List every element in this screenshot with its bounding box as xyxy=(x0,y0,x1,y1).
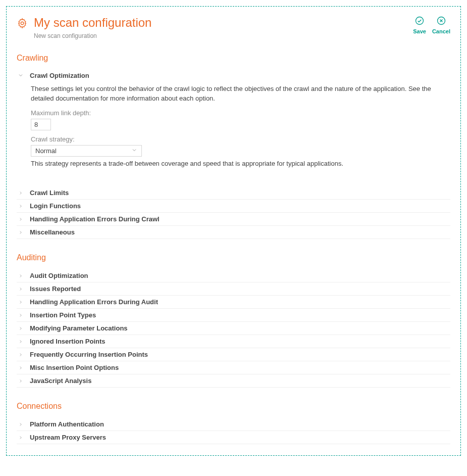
crawl-strategy-select[interactable]: Normal xyxy=(31,145,142,157)
row-errors-during-audit[interactable]: Handling Application Errors During Audit xyxy=(17,296,450,309)
row-miscellaneous[interactable]: Miscellaneous xyxy=(17,226,450,239)
cancel-label: Cancel xyxy=(432,28,450,34)
page-subtitle: New scan configuration xyxy=(34,32,151,39)
cancel-button[interactable]: Cancel xyxy=(432,16,450,34)
header-actions: Save Cancel xyxy=(413,16,450,34)
chevron-right-icon xyxy=(17,287,25,292)
chevron-right-icon xyxy=(17,230,25,235)
row-label: Handling Application Errors During Audit xyxy=(30,298,158,306)
row-ignored-insertion-points[interactable]: Ignored Insertion Points xyxy=(17,335,450,348)
crawl-strategy-value: Normal xyxy=(35,147,57,155)
check-circle-icon xyxy=(414,16,425,27)
row-label: Audit Optimization xyxy=(30,272,88,279)
gear-icon xyxy=(17,18,28,30)
row-misc-insertion[interactable]: Misc Insertion Point Options xyxy=(17,361,450,374)
row-label: Crawl Limits xyxy=(30,189,69,197)
row-javascript-analysis[interactable]: JavaScript Analysis xyxy=(17,374,450,388)
panel-header: My scan configuration New scan configura… xyxy=(17,16,450,39)
chevron-down-icon xyxy=(17,72,25,78)
row-label: Issues Reported xyxy=(30,285,81,293)
crawl-strategy-field: Crawl strategy: Normal This strategy rep… xyxy=(31,135,450,167)
title-text: My scan configuration New scan configura… xyxy=(34,16,151,39)
row-label: Misc Insertion Point Options xyxy=(30,364,119,371)
crawl-optimization-block: Crawl Optimization These settings let yo… xyxy=(17,70,450,178)
save-label: Save xyxy=(413,28,426,34)
crawl-optimization-header[interactable]: Crawl Optimization xyxy=(17,70,450,82)
row-crawl-limits[interactable]: Crawl Limits xyxy=(17,186,450,200)
row-upstream-proxy[interactable]: Upstream Proxy Servers xyxy=(17,431,450,444)
row-audit-optimization[interactable]: Audit Optimization xyxy=(17,269,450,282)
section-title-crawling: Crawling xyxy=(17,54,450,63)
max-link-depth-field: Maximum link depth: xyxy=(31,109,450,130)
chevron-right-icon xyxy=(17,313,25,318)
crawl-strategy-label: Crawl strategy: xyxy=(31,135,450,143)
row-label: Miscellaneous xyxy=(30,228,75,236)
chevron-down-icon xyxy=(131,147,137,155)
title-block: My scan configuration New scan configura… xyxy=(17,16,151,39)
max-link-depth-label: Maximum link depth: xyxy=(31,109,450,117)
row-label: Login Functions xyxy=(30,202,81,210)
crawl-strategy-description: This strategy represents a trade-off bet… xyxy=(31,160,450,167)
svg-point-0 xyxy=(21,22,24,25)
close-circle-icon xyxy=(436,16,446,27)
row-issues-reported[interactable]: Issues Reported xyxy=(17,282,450,296)
section-title-auditing: Auditing xyxy=(17,253,450,262)
crawl-optimization-label: Crawl Optimization xyxy=(30,72,89,79)
row-platform-auth[interactable]: Platform Authentication xyxy=(17,418,450,431)
scan-config-panel: My scan configuration New scan configura… xyxy=(6,6,461,456)
row-frequently-occurring[interactable]: Frequently Occurring Insertion Points xyxy=(17,348,450,361)
row-label: Upstream Proxy Servers xyxy=(30,434,106,441)
chevron-right-icon xyxy=(17,435,25,440)
chevron-right-icon xyxy=(17,300,25,305)
row-label: Modifying Parameter Locations xyxy=(30,324,128,332)
row-label: Platform Authentication xyxy=(30,420,104,428)
svg-point-1 xyxy=(416,17,424,25)
chevron-right-icon xyxy=(17,422,25,427)
chevron-right-icon xyxy=(17,352,25,357)
row-label: Insertion Point Types xyxy=(30,311,96,319)
max-link-depth-input[interactable] xyxy=(31,119,51,130)
chevron-right-icon xyxy=(17,365,25,370)
chevron-right-icon xyxy=(17,217,25,222)
page-title: My scan configuration xyxy=(34,16,151,30)
save-button[interactable]: Save xyxy=(413,16,426,34)
row-modifying-parameter-locations[interactable]: Modifying Parameter Locations xyxy=(17,322,450,335)
row-insertion-point-types[interactable]: Insertion Point Types xyxy=(17,309,450,322)
row-label: Handling Application Errors During Crawl xyxy=(30,215,160,223)
chevron-right-icon xyxy=(17,204,25,209)
chevron-right-icon xyxy=(17,378,25,384)
row-label: Frequently Occurring Insertion Points xyxy=(30,351,148,358)
row-login-functions[interactable]: Login Functions xyxy=(17,200,450,213)
crawl-optimization-description: These settings let you control the behav… xyxy=(31,84,450,104)
row-label: JavaScript Analysis xyxy=(30,377,91,385)
chevron-right-icon xyxy=(17,191,25,196)
section-title-connections: Connections xyxy=(17,402,450,411)
row-errors-during-crawl[interactable]: Handling Application Errors During Crawl xyxy=(17,213,450,226)
row-label: Ignored Insertion Points xyxy=(30,338,106,345)
chevron-right-icon xyxy=(17,273,25,278)
chevron-right-icon xyxy=(17,326,25,331)
chevron-right-icon xyxy=(17,339,25,344)
